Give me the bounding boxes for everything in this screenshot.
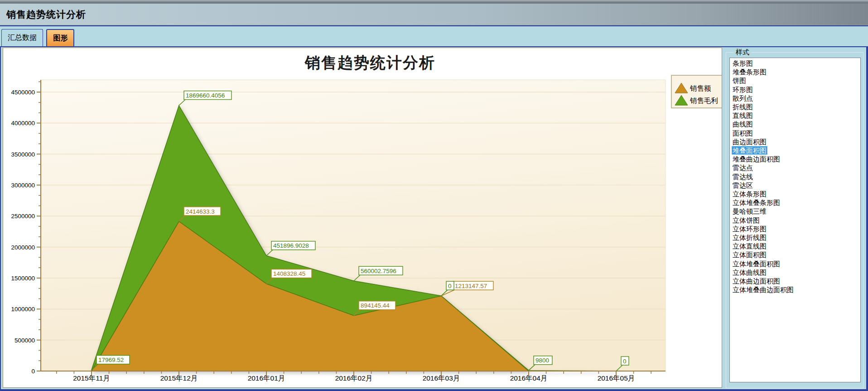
style-option-label: 堆叠曲边面积图 xyxy=(732,155,781,163)
style-option[interactable]: 立体面积图 xyxy=(731,250,859,259)
point-label: 1869660.4056 xyxy=(186,92,225,99)
style-option-label: 立体折线图 xyxy=(732,233,767,242)
style-option[interactable]: 雷达点 xyxy=(731,163,859,172)
svg-text:2015年11月: 2015年11月 xyxy=(73,374,110,382)
style-option-label: 雷达线 xyxy=(732,172,754,181)
chart-panel: 0500000100000015000002000000250000030000… xyxy=(3,48,722,388)
style-listbox[interactable]: 条形图堆叠条形图饼图环形图散列点折线图直线图曲线图面积图曲边面积图堆叠面积图堆叠… xyxy=(729,58,861,382)
style-option[interactable]: 立体曲线图 xyxy=(731,268,859,277)
style-option[interactable]: 环形图 xyxy=(731,85,859,94)
style-option[interactable]: 立体曲边面积图 xyxy=(731,277,859,285)
style-groupbox-label: 样式 xyxy=(734,48,751,57)
style-option-label: 立体直线图 xyxy=(732,242,767,250)
window-title-row: 销售趋势统计分析 xyxy=(0,4,868,25)
point-label: 1408328.45 xyxy=(273,270,305,277)
style-option-label: 立体面积图 xyxy=(732,250,767,259)
y-axis-labels: 0500000100000015000002000000250000030000… xyxy=(11,89,35,375)
chart-title: 销售趋势统计分析 xyxy=(304,54,435,71)
style-option[interactable]: 雷达线 xyxy=(731,172,859,181)
style-option-label: 堆叠条形图 xyxy=(732,68,767,76)
style-option-label: 立体环形图 xyxy=(732,225,767,233)
style-option[interactable]: 曲线图 xyxy=(731,120,859,128)
style-option-label: 面积图 xyxy=(732,129,754,137)
style-option[interactable]: 立体环形图 xyxy=(731,225,859,233)
style-option-label: 雷达点 xyxy=(732,163,754,172)
style-option-label: 环形图 xyxy=(732,85,754,94)
svg-text:3000000: 3000000 xyxy=(11,182,35,189)
x-axis-labels: 2015年11月2015年12月2016年01月2016年02月2016年03月… xyxy=(73,374,635,382)
style-option[interactable]: 条形图 xyxy=(731,59,859,68)
style-option-label: 立体曲边面积图 xyxy=(732,277,781,285)
window-title-bar: 销售趋势统计分析 xyxy=(0,0,868,25)
style-groupbox: 样式 条形图堆叠条形图饼图环形图散列点折线图直线图曲线图面积图曲边面积图堆叠面积… xyxy=(726,48,863,388)
svg-text:2000000: 2000000 xyxy=(11,244,35,251)
svg-text:1500000: 1500000 xyxy=(11,275,35,282)
style-option-label: 散列点 xyxy=(732,94,754,103)
tab-summary-data[interactable]: 汇总数据 xyxy=(1,29,43,46)
legend-label: 销售额 xyxy=(690,84,711,92)
svg-text:2015年12月: 2015年12月 xyxy=(160,374,198,382)
point-label: 1213147.57 xyxy=(455,283,487,289)
style-option[interactable]: 立体饼图 xyxy=(731,216,859,225)
style-option-label: 折线图 xyxy=(732,103,754,111)
style-option[interactable]: 堆叠条形图 xyxy=(731,68,859,76)
style-option[interactable]: 曲边面积图 xyxy=(731,137,859,146)
style-option-label: 立体堆叠面积图 xyxy=(732,259,781,268)
svg-text:2016年02月: 2016年02月 xyxy=(335,374,373,382)
chart-legend: 销售额销售毛利 xyxy=(671,75,722,108)
svg-text:4500000: 4500000 xyxy=(11,89,35,96)
point-label: 451896.9028 xyxy=(273,242,309,249)
style-option-label: 立体饼图 xyxy=(732,216,761,225)
style-option[interactable]: 雷达区 xyxy=(731,181,859,190)
style-option-label: 曲边面积图 xyxy=(732,137,767,146)
svg-text:1000000: 1000000 xyxy=(11,306,35,313)
svg-text:3500000: 3500000 xyxy=(11,151,35,158)
style-option-label: 立体堆叠曲边面积图 xyxy=(732,285,795,294)
style-option-label: 曼哈顿三维 xyxy=(732,207,767,215)
svg-text:4000000: 4000000 xyxy=(11,120,35,127)
style-option[interactable]: 立体直线图 xyxy=(731,242,859,250)
style-option[interactable]: 面积图 xyxy=(731,129,859,137)
style-option[interactable]: 立体堆叠条形图 xyxy=(731,198,859,207)
svg-text:500000: 500000 xyxy=(14,337,35,344)
style-option[interactable]: 曼哈顿三维 xyxy=(731,207,859,215)
style-option-label: 立体堆叠条形图 xyxy=(732,198,781,207)
svg-text:2016年01月: 2016年01月 xyxy=(248,374,285,382)
svg-text:0: 0 xyxy=(31,368,35,375)
window-title: 销售趋势统计分析 xyxy=(6,8,86,21)
svg-text:2016年05月: 2016年05月 xyxy=(598,374,635,382)
point-label: 0 xyxy=(623,358,627,365)
style-sidebar: 样式 条形图堆叠条形图饼图环形图散列点折线图直线图曲线图面积图曲边面积图堆叠面积… xyxy=(725,47,864,389)
style-option-label: 曲线图 xyxy=(732,120,754,128)
svg-text:2500000: 2500000 xyxy=(11,213,35,220)
point-label: 2414633.3 xyxy=(186,208,215,215)
style-option[interactable]: 立体条形图 xyxy=(731,190,859,198)
style-option-label: 雷达区 xyxy=(732,181,754,190)
sales-trend-chart: 0500000100000015000002000000250000030000… xyxy=(3,48,722,387)
point-label: 9800 xyxy=(535,357,549,364)
style-option[interactable]: 散列点 xyxy=(731,94,859,103)
style-option[interactable]: 立体堆叠面积图 xyxy=(731,259,859,268)
style-option[interactable]: 立体折线图 xyxy=(731,233,859,242)
content-pane: 0500000100000015000002000000250000030000… xyxy=(0,46,868,391)
point-label: 894145.44 xyxy=(361,302,390,309)
style-option[interactable]: 立体堆叠曲边面积图 xyxy=(731,285,859,294)
style-option[interactable]: 堆叠曲边面积图 xyxy=(731,155,859,163)
style-option[interactable]: 饼图 xyxy=(731,76,859,85)
style-option-label: 堆叠面积图 xyxy=(732,146,767,155)
point-label: 0 xyxy=(448,283,452,289)
point-label: 17969.52 xyxy=(98,357,124,363)
style-option-label: 饼图 xyxy=(732,76,747,85)
point-label: 560002.7596 xyxy=(361,268,396,274)
style-option[interactable]: 直线图 xyxy=(731,111,859,120)
svg-text:2016年04月: 2016年04月 xyxy=(510,374,548,382)
style-option-label: 立体曲线图 xyxy=(732,268,767,277)
style-option[interactable]: 堆叠面积图 xyxy=(731,146,859,155)
svg-text:2016年03月: 2016年03月 xyxy=(423,374,460,382)
style-option-label: 条形图 xyxy=(732,59,754,68)
tab-graph[interactable]: 图形 xyxy=(46,29,74,46)
style-option-label: 立体条形图 xyxy=(732,190,767,198)
legend-label: 销售毛利 xyxy=(690,97,718,104)
window-top-edge xyxy=(0,0,868,4)
style-option[interactable]: 折线图 xyxy=(731,103,859,111)
